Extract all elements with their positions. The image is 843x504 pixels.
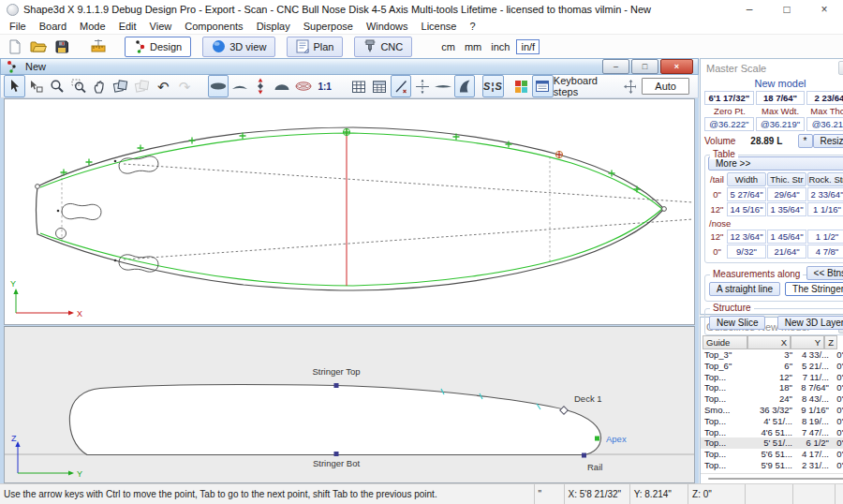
plan-view-canvas[interactable]: Y X: [5, 99, 694, 324]
menu-windows[interactable]: Windows: [360, 21, 415, 32]
move-cross-icon[interactable]: [624, 80, 637, 94]
slice-section[interactable]: [69, 384, 600, 454]
menu-components[interactable]: Components: [178, 21, 249, 32]
guideline-row[interactable]: Top...5'9 51...2 31/...0": [701, 460, 843, 471]
length-value[interactable]: 6'1 17/32": [704, 91, 754, 105]
zoom-region-tool-button[interactable]: [67, 75, 89, 97]
select-box-tool-button[interactable]: [25, 75, 47, 97]
redo-button[interactable]: ↷: [174, 75, 196, 97]
menu-superpose[interactable]: Superpose: [297, 21, 360, 32]
thic-column-header[interactable]: Thic. Str: [767, 172, 806, 186]
menu-mode[interactable]: Mode: [73, 21, 112, 32]
guideline-row[interactable]: Top_3"3"4 33/...0": [701, 349, 843, 361]
close-button[interactable]: ×: [806, 0, 843, 19]
colors-button[interactable]: [510, 75, 532, 97]
menu-license[interactable]: License: [415, 21, 464, 32]
menu-help[interactable]: ?: [463, 21, 481, 32]
guideline-row-selected[interactable]: Top...5' 51/...6 1/2"0": [701, 437, 843, 449]
maximize-button[interactable]: □: [768, 0, 806, 19]
measurements-toggle-button[interactable]: [391, 75, 412, 97]
btns-button[interactable]: << Btns: [806, 266, 843, 280]
grid-table-button[interactable]: [369, 75, 391, 97]
y-column-header[interactable]: Y: [791, 335, 824, 349]
stringer-bot-point[interactable]: [334, 452, 339, 456]
grid-button[interactable]: [348, 75, 369, 97]
guideline-row[interactable]: Top...4'6 51...7 47/...0": [701, 427, 843, 438]
guideline-row[interactable]: Top...24"8 43/...0": [701, 393, 843, 405]
thickness-value[interactable]: 2 23/64": [806, 91, 843, 105]
zoom-tool-button[interactable]: [46, 75, 67, 97]
pan-tool-button[interactable]: [89, 75, 111, 97]
doc-close-button[interactable]: ×: [660, 59, 693, 74]
plan-button[interactable]: Plan: [287, 37, 343, 57]
highlight-control-point[interactable]: [555, 151, 562, 157]
resize-grip[interactable]: [836, 484, 843, 504]
keyboard-steps-auto-button[interactable]: Auto: [642, 78, 689, 95]
design-mode-button[interactable]: Design: [125, 37, 191, 57]
max-wdt-value[interactable]: @36.219": [756, 117, 806, 131]
width-value[interactable]: 18 7/64": [756, 91, 806, 105]
rock-column-header[interactable]: Rock. Str: [807, 172, 843, 186]
rail-point[interactable]: [582, 453, 586, 458]
unit-mm[interactable]: mm: [465, 41, 481, 52]
menu-board[interactable]: Board: [33, 21, 73, 32]
save-icon[interactable]: [52, 37, 72, 56]
open-folder-icon[interactable]: [28, 37, 49, 56]
fin-button[interactable]: [454, 75, 476, 97]
resize-button[interactable]: Resize: [813, 134, 843, 148]
outline-control-points[interactable]: [61, 133, 641, 193]
one-to-one-button[interactable]: 1:1: [314, 75, 335, 97]
max-thck-value[interactable]: @36.219": [806, 117, 843, 131]
menu-edit[interactable]: Edit: [112, 21, 143, 32]
the-stringer-button[interactable]: The Stringer: [785, 282, 843, 296]
guideline-row[interactable]: Top...5'6 51...4 17/...0": [701, 449, 843, 460]
rocker-view-button[interactable]: [229, 75, 250, 97]
straight-line-button[interactable]: A straight line: [709, 282, 780, 296]
menu-file[interactable]: File: [3, 21, 33, 32]
guideline-cross-button[interactable]: [411, 75, 433, 97]
zero-pt-value[interactable]: @36.222": [704, 117, 754, 131]
minimize-button[interactable]: –: [731, 0, 768, 19]
master-scale-panel-button[interactable]: [838, 61, 843, 75]
tail-point[interactable]: [36, 185, 40, 189]
unit-cm[interactable]: cm: [441, 41, 455, 52]
stringer-top-point[interactable]: [334, 383, 339, 388]
properties-panel-button[interactable]: [532, 75, 554, 97]
nose-point[interactable]: [662, 207, 667, 212]
thickness-view-button[interactable]: [250, 75, 272, 97]
slice-view-button[interactable]: [272, 75, 293, 97]
slice-view-canvas[interactable]: Stringer Top Stringer Bot Deck 1 Apex Ra…: [5, 327, 694, 479]
3d-view-button[interactable]: 3D view: [202, 37, 275, 57]
doc-minimize-button[interactable]: –: [602, 59, 629, 74]
guidelines-hscrollbar[interactable]: [701, 473, 843, 483]
flow-lines-button[interactable]: [293, 75, 315, 97]
cnc-button[interactable]: CNC: [354, 37, 412, 57]
guideline-row[interactable]: Top...4' 51/...8 19/...0": [701, 416, 843, 427]
selected-control-point[interactable]: [343, 128, 349, 135]
profile-button[interactable]: [433, 75, 454, 97]
doc-restore-button[interactable]: □: [631, 59, 658, 74]
guideline-row[interactable]: Top...18"8 7/64"0": [701, 382, 843, 393]
slice-view[interactable]: Stringer Top Stringer Bot Deck 1 Apex Ra…: [4, 326, 695, 483]
menu-view[interactable]: View: [143, 21, 179, 32]
leash-plug[interactable]: [56, 229, 67, 239]
rotate-view-button[interactable]: [111, 75, 132, 97]
guideline-row[interactable]: Smo...36 3/32"9 1/16"0": [701, 405, 843, 416]
new-3d-layer-button[interactable]: New 3D Layer: [777, 316, 843, 330]
x-column-header[interactable]: X: [747, 335, 791, 349]
apex-point[interactable]: [595, 437, 599, 441]
model-name[interactable]: New model: [704, 78, 843, 89]
width-column-header[interactable]: Width: [727, 172, 766, 186]
slices-button[interactable]: S¦S: [482, 75, 504, 97]
measure-tool-icon[interactable]: [88, 37, 109, 56]
new-slice-button[interactable]: New Slice: [709, 316, 765, 330]
plan-view[interactable]: Y X: [4, 98, 695, 325]
board-outline[interactable]: [37, 127, 665, 290]
unit-inf[interactable]: in/f: [516, 39, 540, 54]
new-file-icon[interactable]: [5, 37, 25, 56]
fin-plug-center[interactable]: [62, 203, 102, 220]
select-tool-button[interactable]: [4, 75, 25, 97]
unit-inch[interactable]: inch: [491, 41, 510, 52]
guideline-row[interactable]: Top_6"6"5 21/...0": [701, 361, 843, 372]
guideline-row[interactable]: Top...12"7 11/...0": [701, 372, 843, 383]
